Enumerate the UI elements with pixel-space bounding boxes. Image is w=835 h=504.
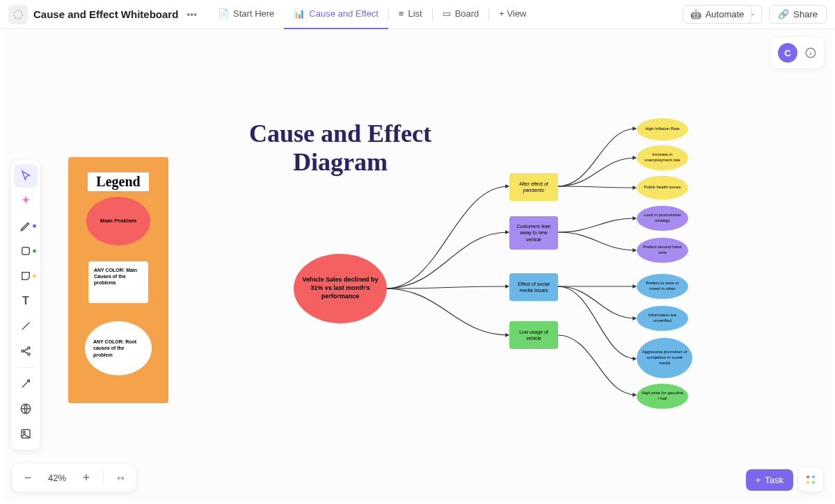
svg-point-0 — [14, 10, 22, 19]
svg-point-12 — [812, 481, 815, 484]
mindmap-tool[interactable] — [14, 339, 38, 363]
root-cause-node[interactable]: Information are unverified — [637, 306, 688, 331]
share-label: Share — [793, 9, 818, 19]
svg-rect-1 — [22, 247, 30, 255]
automate-dropdown[interactable]: ⌄ — [745, 5, 762, 24]
root-cause-node[interactable]: Public health issues — [637, 176, 688, 200]
svg-point-3 — [28, 347, 30, 349]
legend-root[interactable]: ANY COLOR: Root causes of the problem — [85, 321, 152, 375]
diagram-title[interactable]: Cause and Effect Diagram — [205, 120, 476, 177]
svg-point-11 — [806, 481, 809, 484]
share-button[interactable]: 🔗 Share — [769, 5, 827, 24]
list-icon: ≡ — [399, 8, 404, 19]
automate-label: Automate — [706, 9, 745, 19]
divider — [17, 367, 34, 368]
share-icon: 🔗 — [778, 9, 789, 19]
root-cause-node[interactable]: Increase in unemployment rate — [637, 145, 688, 170]
connector-tool[interactable] — [14, 314, 38, 338]
root-cause-node[interactable]: Aggressive promotion of competitor in so… — [637, 338, 692, 378]
root-cause-node[interactable]: High price for gasoline / fuel — [637, 384, 688, 409]
web-tool[interactable] — [14, 397, 38, 421]
whiteboard-canvas[interactable]: T C — [3, 29, 832, 501]
user-avatar[interactable]: C — [778, 43, 797, 63]
bottom-right-actions: + Task — [746, 468, 822, 491]
zoom-value[interactable]: 42% — [45, 473, 70, 483]
zoom-out-button[interactable]: − — [18, 468, 38, 487]
tab-label: Start Here — [233, 8, 274, 19]
legend-main-problem[interactable]: Main Problem — [86, 197, 150, 245]
svg-point-2 — [22, 350, 24, 352]
sticky-tool[interactable] — [14, 264, 38, 288]
app-header: Cause and Effect Whiteboard ••• 📄 Start … — [0, 0, 835, 29]
drawing-toolbar: T — [11, 160, 40, 450]
board-icon: ▭ — [443, 8, 451, 19]
task-label: Task — [765, 475, 784, 485]
svg-point-9 — [806, 475, 809, 478]
cause-node[interactable]: After effect of pandemic — [509, 173, 558, 201]
presence-bar: C — [771, 38, 824, 68]
info-icon[interactable] — [804, 47, 817, 59]
shape-tool[interactable] — [14, 239, 38, 263]
tab-label: Cause and Effect — [309, 8, 379, 19]
fit-width-button[interactable]: ⇿ — [111, 468, 130, 487]
root-cause-node[interactable]: Lack in promotional strategy — [637, 206, 688, 231]
root-cause-node[interactable]: High Inflation Rate — [637, 118, 688, 140]
doc-title[interactable]: Cause and Effect Whiteboard — [33, 8, 178, 20]
svg-point-7 — [23, 431, 25, 433]
robot-icon: 🤖 — [690, 9, 701, 19]
tab-label: + View — [499, 8, 526, 19]
legend-causes[interactable]: ANY COLOR: Main Causes of the problems — [88, 261, 148, 303]
tab-label: Board — [455, 8, 479, 19]
automate-button[interactable]: 🤖 Automate — [683, 5, 752, 24]
header-right: 🤖 Automate ⌄ 🔗 Share — [683, 5, 827, 24]
tab-start-here[interactable]: 📄 Start Here — [208, 0, 284, 29]
chart-icon: 📊 — [294, 8, 305, 19]
apps-button[interactable] — [799, 468, 822, 491]
view-tabs: 📄 Start Here 📊 Cause and Effect ≡ List ▭… — [208, 0, 536, 29]
root-cause-node[interactable]: Prefers to save or invest in other — [637, 274, 688, 299]
text-tool[interactable]: T — [14, 289, 38, 313]
magic-tool[interactable] — [14, 372, 38, 396]
zoom-controls: − 42% + ⇿ — [13, 464, 136, 491]
tab-add-view[interactable]: + View — [489, 0, 536, 29]
tab-cause-effect[interactable]: 📊 Cause and Effect — [284, 0, 388, 29]
cause-node[interactable]: Effect of social media issues — [509, 273, 558, 301]
cause-node[interactable]: Low usage of vehicle — [509, 321, 558, 349]
doc-icon — [8, 5, 28, 24]
main-problem-node[interactable]: Vehicle Sales declined by 31% vs last mo… — [294, 254, 387, 323]
zoom-in-button[interactable]: + — [77, 468, 96, 487]
legend-title[interactable]: Legend — [88, 172, 149, 191]
pointer-tool[interactable] — [14, 164, 38, 188]
divider — [103, 471, 104, 485]
image-tool[interactable] — [14, 422, 38, 446]
svg-point-10 — [812, 475, 815, 478]
cause-node[interactable]: Customers lean away to new vehicle — [509, 216, 558, 250]
tab-board[interactable]: ▭ Board — [433, 0, 489, 29]
pen-tool[interactable] — [14, 214, 38, 238]
doc-icon: 📄 — [218, 8, 229, 19]
add-task-button[interactable]: + Task — [746, 469, 793, 491]
plus-icon: + — [756, 475, 761, 485]
root-cause-node[interactable]: Prefers second hand units — [637, 238, 688, 263]
more-menu[interactable]: ••• — [186, 9, 197, 20]
ai-tool[interactable] — [14, 189, 38, 213]
tab-label: List — [408, 8, 422, 19]
diagram-layer: Cause and Effect Diagram Legend Main Pro… — [3, 29, 832, 501]
tab-list[interactable]: ≡ List — [389, 0, 432, 29]
svg-point-4 — [28, 353, 30, 355]
